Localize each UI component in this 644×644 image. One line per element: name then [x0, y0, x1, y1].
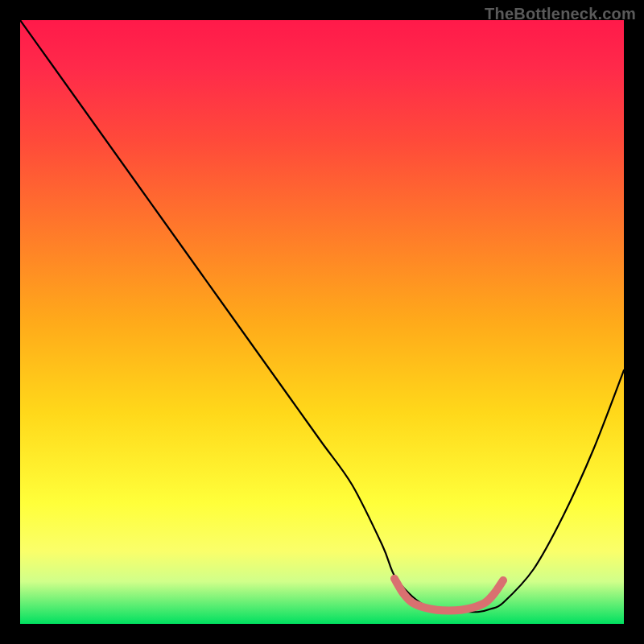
- flat-zone-marker: [394, 579, 503, 611]
- chart-container: TheBottleneck.com: [0, 0, 644, 644]
- bottleneck-curve: [20, 20, 624, 612]
- plot-area: [20, 20, 624, 624]
- chart-svg: [20, 20, 624, 624]
